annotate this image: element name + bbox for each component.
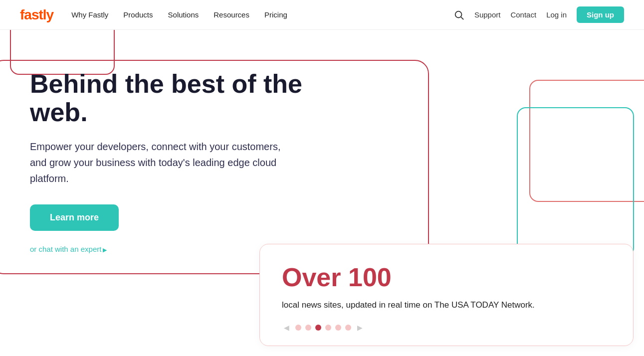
nav-links: Why Fastly Products Solutions Resources …	[71, 10, 453, 19]
search-icon[interactable]	[453, 9, 464, 20]
nav-pricing[interactable]: Pricing	[264, 10, 287, 19]
deco-teal	[517, 107, 634, 257]
carousel-dot-6[interactable]	[345, 325, 351, 331]
carousel-dot-3[interactable]	[315, 325, 321, 331]
nav-signup-button[interactable]: Sign up	[577, 6, 624, 23]
hero-section: Behind the best of the web. Empower your…	[0, 30, 644, 356]
learn-more-button[interactable]: Learn more	[30, 204, 119, 231]
stats-number: Over 100	[282, 262, 611, 292]
nav-contact[interactable]: Contact	[510, 10, 536, 19]
logo[interactable]: fastly	[20, 7, 53, 23]
hero-title: Behind the best of the web.	[30, 70, 339, 127]
nav-support[interactable]: Support	[474, 10, 501, 19]
nav-right: Support Contact Log in Sign up	[453, 6, 624, 23]
carousel-dot-4[interactable]	[325, 325, 331, 331]
stats-card: Over 100 local news sites, updated in re…	[259, 244, 634, 346]
navbar: fastly Why Fastly Products Solutions Res…	[0, 0, 644, 30]
nav-solutions[interactable]: Solutions	[168, 10, 199, 19]
carousel-dot-5[interactable]	[335, 325, 341, 331]
hero-subtitle: Empower your developers, connect with yo…	[30, 139, 299, 186]
carousel-dot-1[interactable]	[295, 325, 301, 331]
carousel-prev[interactable]: ◀	[282, 324, 291, 332]
svg-point-0	[455, 11, 462, 17]
stats-description: local news sites, updated in real time o…	[282, 298, 571, 312]
carousel-next[interactable]: ▶	[355, 324, 365, 332]
nav-why-fastly[interactable]: Why Fastly	[71, 10, 108, 19]
svg-line-1	[461, 17, 463, 19]
carousel-dot-2[interactable]	[305, 325, 311, 331]
hero-content: Behind the best of the web. Empower your…	[30, 70, 339, 253]
carousel-dots: ◀ ▶	[282, 324, 611, 332]
nav-products[interactable]: Products	[123, 10, 153, 19]
nav-login[interactable]: Log in	[546, 10, 567, 19]
nav-resources[interactable]: Resources	[214, 10, 249, 19]
